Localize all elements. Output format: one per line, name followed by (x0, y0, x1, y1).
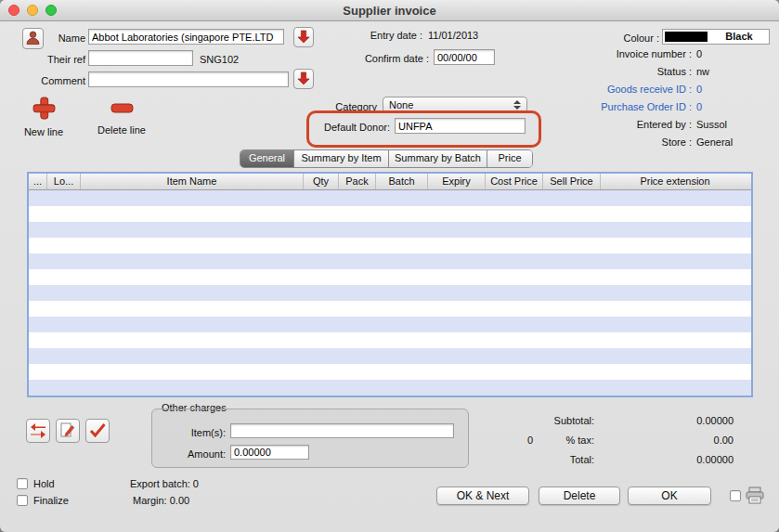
colour-swatch (665, 32, 708, 42)
delete-line-button[interactable]: Delete line (89, 96, 154, 136)
hold-label: Hold (33, 477, 55, 490)
table-body (29, 190, 751, 397)
table-row[interactable] (29, 285, 751, 301)
confirm-check-button[interactable] (85, 419, 110, 443)
minus-icon (110, 96, 134, 121)
colour-label: Colour : (594, 32, 659, 45)
tab-bar: General Summary by Item Summary by Batch… (240, 149, 533, 168)
tab-summary-by-item[interactable]: Summary by Item (294, 150, 389, 167)
entry-date-value: 11/01/2013 (428, 29, 478, 42)
other-charges-items-input[interactable] (230, 423, 454, 438)
table-row[interactable] (29, 348, 751, 364)
table-row[interactable] (29, 190, 751, 206)
entered-by-label: Entered by : (552, 119, 692, 130)
edit-note-button[interactable] (56, 419, 80, 443)
table-row[interactable] (29, 364, 751, 380)
tax-count: 0 (511, 434, 533, 447)
total-value: 0.00000 (594, 453, 734, 466)
goods-receive-id-row[interactable]: Goods receive ID :0 (552, 84, 702, 95)
margin-label: Margin: 0.00 (133, 494, 189, 507)
confirm-date-input[interactable] (434, 49, 495, 65)
table-header: ... Lo... Item Name Qty Pack Batch Expir… (29, 174, 751, 190)
default-donor-input[interactable] (395, 118, 526, 134)
column-header-item-name[interactable]: Item Name (81, 174, 304, 189)
column-header-expiry[interactable]: Expiry (428, 174, 486, 189)
store-row: Store :General (552, 136, 733, 148)
finalize-checkbox[interactable] (17, 495, 28, 506)
tab-general[interactable]: General (240, 150, 294, 167)
supplier-invoice-window: Supplier invoice Name Their ref SNG102 C… (0, 0, 779, 532)
status-value: nw (696, 66, 709, 77)
invoice-number-row: Invoice number :0 (552, 48, 702, 59)
confirm-date-label: Confirm date : (306, 52, 429, 65)
table-row[interactable] (29, 396, 751, 397)
total-label: Total: (501, 453, 594, 466)
note-pencil-icon (60, 422, 75, 439)
print-button[interactable] (745, 487, 765, 506)
column-header-batch[interactable]: Batch (376, 174, 428, 189)
delete-line-label: Delete line (97, 124, 146, 136)
goods-receive-id-value: 0 (696, 84, 702, 95)
tab-price[interactable]: Price (487, 150, 532, 167)
purchase-order-id-value: 0 (696, 101, 702, 112)
subtotal-value: 0.00000 (594, 414, 734, 427)
delete-button[interactable]: Delete (539, 487, 620, 505)
category-dropdown[interactable]: None (383, 97, 527, 113)
transfer-lines-button[interactable] (26, 419, 50, 443)
comment-label: Comment (28, 74, 85, 87)
their-ref-input[interactable] (88, 50, 193, 66)
column-header-location[interactable]: Lo... (47, 174, 81, 189)
name-label: Name (37, 32, 85, 45)
entered-by-value: Sussol (696, 119, 727, 130)
name-input[interactable] (88, 29, 284, 45)
table-row[interactable] (29, 380, 751, 396)
red-down-arrow-icon (297, 71, 310, 87)
tab-summary-by-batch[interactable]: Summary by Batch (389, 150, 487, 167)
column-header-qty[interactable]: Qty (304, 174, 339, 189)
colour-value: Black (709, 31, 769, 42)
invoice-number-label: Invoice number : (552, 48, 692, 59)
column-header-price-extension[interactable]: Price extension (601, 174, 749, 189)
table-row[interactable] (29, 317, 751, 332)
status-row: Status :nw (552, 66, 709, 77)
plus-icon (32, 96, 57, 123)
table-row[interactable] (29, 253, 751, 269)
hold-checkbox[interactable] (17, 478, 28, 489)
invoice-number-value: 0 (696, 48, 702, 59)
export-batch-label: Export batch: 0 (130, 477, 199, 490)
their-ref-code: SNG102 (200, 53, 239, 66)
column-header-sell-price[interactable]: Sell Price (543, 174, 601, 189)
category-value: None (389, 99, 510, 110)
popup-arrows-icon (513, 100, 521, 110)
print-checkbox[interactable] (730, 490, 741, 501)
comment-expand-button[interactable] (293, 69, 314, 89)
ok-button[interactable]: OK (628, 487, 711, 505)
colour-picker[interactable]: Black (662, 29, 770, 45)
new-line-label: New line (24, 126, 63, 137)
comment-input[interactable] (88, 71, 289, 87)
table-row[interactable] (29, 206, 751, 222)
category-label: Category (306, 100, 377, 113)
goods-receive-id-label: Goods receive ID : (552, 84, 692, 95)
new-line-button[interactable]: New line (13, 96, 74, 137)
table-row[interactable] (29, 238, 751, 253)
column-header-cost-price[interactable]: Cost Price (486, 174, 543, 189)
table-row[interactable] (29, 269, 751, 285)
their-ref-label: Their ref (28, 53, 85, 66)
store-label: Store : (552, 136, 692, 148)
entered-by-row: Entered by :Sussol (552, 119, 727, 130)
tax-label: % tax: (533, 434, 594, 447)
other-charges-amount-input[interactable] (230, 445, 309, 460)
titlebar: Supplier invoice (0, 0, 779, 21)
checkmark-icon (89, 423, 106, 439)
table-row[interactable] (29, 332, 751, 348)
table-row[interactable] (29, 222, 751, 238)
table-row[interactable] (29, 301, 751, 317)
column-header-pack[interactable]: Pack (339, 174, 376, 189)
ok-next-button[interactable]: OK & Next (436, 487, 529, 505)
other-charges-amount-label: Amount: (153, 448, 226, 461)
purchase-order-id-row[interactable]: Purchase Order ID :0 (552, 101, 702, 112)
status-label: Status : (552, 66, 692, 77)
column-header-status[interactable]: ... (29, 174, 47, 189)
entry-date-label: Entry date : (306, 29, 422, 42)
